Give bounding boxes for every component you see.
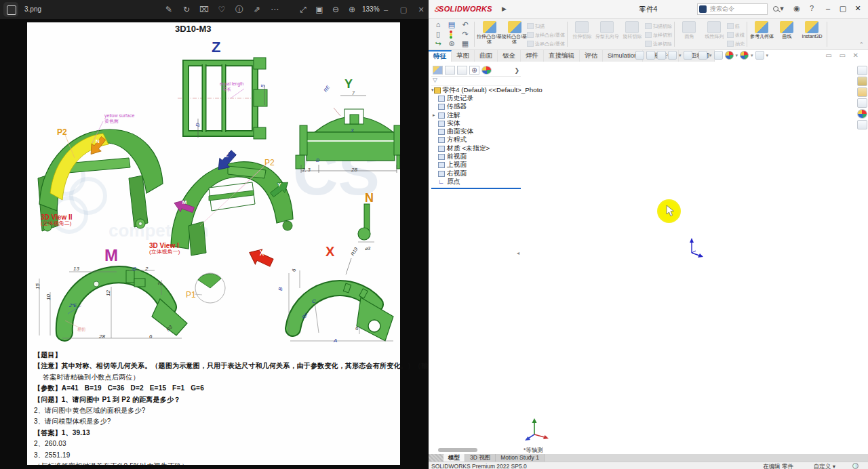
fit-to-window-icon[interactable]: ▣ bbox=[313, 4, 326, 15]
dropdown-caret-icon[interactable]: ▾ bbox=[679, 53, 682, 58]
design-library-icon[interactable] bbox=[857, 77, 867, 86]
curves-button[interactable]: 曲线 bbox=[774, 20, 800, 39]
appearances-icon[interactable] bbox=[857, 109, 867, 119]
doc-tab-3D 视图[interactable]: 3D 视图 bbox=[465, 454, 496, 462]
tab-scroll-hatch[interactable] bbox=[429, 454, 443, 462]
share-icon[interactable]: ⇗ bbox=[251, 4, 263, 15]
view-orientation-icon[interactable] bbox=[684, 51, 692, 60]
tree-item-annotations[interactable]: ▸注解 bbox=[431, 111, 521, 119]
open-icon[interactable]: ↪ bbox=[431, 39, 445, 49]
doc-tab-Motion Study 1[interactable]: Motion Study 1 bbox=[496, 454, 545, 462]
revolve-boss-button[interactable]: 旋转凸台/基体 bbox=[502, 20, 527, 45]
rotate-icon[interactable]: ↻ bbox=[180, 4, 193, 15]
zoom-area-icon[interactable] bbox=[646, 51, 655, 60]
fullscreen-icon[interactable]: ⤢ bbox=[297, 4, 309, 15]
instant3d-button[interactable]: Instant3D bbox=[800, 20, 825, 39]
tree-item-material[interactable]: 材质 <未指定> bbox=[431, 144, 521, 152]
dropdown-caret-icon[interactable]: ▾ bbox=[709, 53, 712, 58]
sweep-button[interactable]: 扫描 bbox=[527, 22, 565, 30]
tab-钣金[interactable]: 钣金 bbox=[498, 50, 521, 62]
swept-cut-button[interactable]: 扫描切除 bbox=[645, 22, 672, 30]
extruded-cut-button[interactable]: 拉伸切除 bbox=[570, 20, 595, 39]
dropdown-caret-icon[interactable]: ▾ bbox=[766, 53, 769, 58]
edit-appearance-icon[interactable] bbox=[725, 51, 734, 60]
tree-item-sensors[interactable]: 传感器 bbox=[431, 103, 521, 111]
redo-icon[interactable]: ↷ bbox=[458, 30, 472, 39]
tree-item-history[interactable]: 历史记录 bbox=[431, 94, 521, 102]
tree-item-equations[interactable]: 方程式 bbox=[431, 136, 521, 144]
display-grid-icon[interactable]: ▦ bbox=[458, 39, 472, 49]
search-command-input[interactable]: 搜索命令 bbox=[697, 3, 768, 15]
rib-button[interactable]: 筋 bbox=[727, 22, 745, 30]
tree-item-origin[interactable]: ∟原点 bbox=[431, 178, 521, 186]
minimize-button[interactable]: – bbox=[380, 4, 392, 15]
file-explorer-icon[interactable] bbox=[857, 87, 867, 97]
maximize-button[interactable]: ▢ bbox=[397, 4, 410, 15]
boundary-button[interactable]: 边界凸台/基体 bbox=[527, 39, 565, 48]
tab-曲面[interactable]: 曲面 bbox=[475, 50, 498, 62]
custom-properties-icon[interactable] bbox=[857, 120, 867, 129]
tree-root-item[interactable]: ▾零件4 (Default) <<Default>_Photo bbox=[431, 86, 521, 94]
propertymanager-tab-icon[interactable] bbox=[445, 66, 455, 75]
expand-arrow-icon[interactable]: ▸ bbox=[433, 113, 438, 118]
dropdown-caret-icon[interactable]: ▾ bbox=[751, 53, 753, 58]
draft-button[interactable]: 拔模 bbox=[727, 30, 745, 39]
search-dropdown-caret[interactable]: ▾ bbox=[776, 4, 788, 13]
delete-icon[interactable]: ⌧ bbox=[198, 4, 210, 15]
tab-焊件[interactable]: 焊件 bbox=[521, 50, 544, 62]
rebuild-traffic-light-icon[interactable] bbox=[445, 30, 458, 39]
document-window-controls[interactable]: ▭ ▭ ✕ bbox=[825, 52, 861, 59]
close-button[interactable]: ✕ bbox=[415, 4, 427, 15]
graphics-area[interactable]: ⊕ ❯ ▽ ▾零件4 (Default) <<Default>_Photo历史记… bbox=[429, 62, 868, 446]
loft-button[interactable]: 放样凸台/基体 bbox=[527, 30, 565, 39]
dropdown-caret-icon[interactable]: ▾ bbox=[736, 53, 738, 58]
panel-splitter-arrow[interactable]: ◂ bbox=[517, 250, 519, 257]
tab-直接编辑[interactable]: 直接编辑 bbox=[544, 50, 580, 62]
favorite-icon[interactable]: ♡ bbox=[216, 4, 228, 15]
help-icon[interactable]: ? bbox=[806, 4, 818, 12]
dimxpertmanager-tab-icon[interactable]: ⊕ bbox=[469, 66, 479, 75]
tree-item-plane[interactable]: 上视面 bbox=[431, 161, 521, 169]
tree-item-plane[interactable]: 右视面 bbox=[431, 169, 521, 178]
shell-button[interactable]: 抽壳 bbox=[727, 39, 745, 48]
zoom-in-icon[interactable]: ⊕ bbox=[346, 4, 358, 15]
undo-icon[interactable]: ↶ bbox=[458, 20, 472, 30]
featuremanager-tab-icon[interactable] bbox=[433, 66, 443, 75]
lofted-cut-button[interactable]: 放样切割 bbox=[645, 30, 672, 39]
displaymanager-tab-icon[interactable] bbox=[481, 66, 492, 75]
status-custom-dropdown[interactable]: 自定义 ▾ bbox=[814, 463, 835, 469]
view-palette-icon[interactable] bbox=[857, 98, 867, 108]
close-button[interactable]: ✕ bbox=[852, 4, 864, 13]
tab-scroll-slider[interactable] bbox=[438, 448, 477, 452]
tab-特征[interactable]: 特征 bbox=[429, 50, 452, 62]
new-document-icon[interactable]: ▯ bbox=[431, 30, 445, 39]
home-icon[interactable] bbox=[857, 66, 867, 75]
rollback-bar[interactable] bbox=[431, 188, 521, 189]
tree-expand-chevron-icon[interactable]: ❯ bbox=[514, 67, 521, 74]
zoom-fit-icon[interactable] bbox=[635, 51, 644, 60]
display-style-icon[interactable] bbox=[698, 51, 707, 60]
options-gear-icon[interactable]: ⊛ bbox=[445, 39, 458, 49]
doc-tab-模型[interactable]: 模型 bbox=[443, 454, 465, 462]
tree-item-solid-bodies[interactable]: 实体 bbox=[431, 119, 521, 127]
reference-geometry-button[interactable]: 参考几何体 bbox=[749, 20, 774, 39]
zoom-out-icon[interactable]: ⊖ bbox=[330, 4, 342, 15]
linear-pattern-button[interactable]: 线性阵列 bbox=[702, 20, 727, 39]
ribbon-collapse-icon[interactable]: ⌃ bbox=[859, 41, 864, 48]
status-globe-icon[interactable] bbox=[852, 463, 859, 469]
apply-scene-icon[interactable] bbox=[740, 51, 749, 60]
minimize-button[interactable]: – bbox=[822, 4, 834, 12]
boundary-cut-button[interactable]: 边界切除 bbox=[645, 39, 672, 48]
tree-item-plane[interactable]: 前视面 bbox=[431, 152, 521, 161]
tree-filter-icon[interactable]: ▽ bbox=[431, 77, 521, 86]
revolved-cut-button[interactable]: 旋转切除 bbox=[620, 20, 645, 39]
home-icon[interactable]: ⌂ bbox=[431, 20, 445, 30]
configurationmanager-tab-icon[interactable] bbox=[457, 66, 467, 75]
info-icon[interactable]: ⓘ bbox=[233, 4, 245, 15]
tree-item-surface-bodies[interactable]: 曲面实体 bbox=[431, 127, 521, 136]
edit-icon[interactable]: ✎ bbox=[163, 4, 175, 15]
dropdown-caret-icon[interactable]: ▾ bbox=[694, 53, 697, 58]
user-account-icon[interactable]: ◉ bbox=[791, 4, 803, 13]
previous-view-icon[interactable] bbox=[657, 51, 666, 60]
save-icon[interactable]: ▤ bbox=[445, 20, 458, 30]
